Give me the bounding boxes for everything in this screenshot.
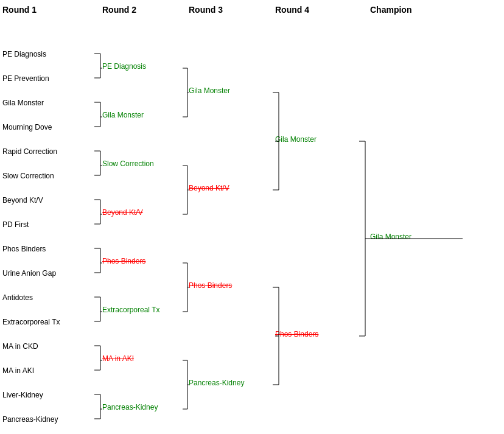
r2-pe-diagnosis: PE Diagnosis xyxy=(102,62,146,71)
r2-slow-correction: Slow Correction xyxy=(102,159,154,168)
r3-phos-binders: Phos Binders xyxy=(189,281,232,290)
r1-antidotes: Antidotes xyxy=(2,293,33,302)
header-round4: Round 4 xyxy=(275,5,309,15)
r2-extracorporeal-tx: Extracorporeal Tx xyxy=(102,306,159,314)
r1-extracorporeal-tx: Extracorporeal Tx xyxy=(2,318,60,326)
r1-pe-prevention: PE Prevention xyxy=(2,74,49,83)
champion-gila-monster: Gila Monster xyxy=(370,233,411,241)
r2-pancreas-kidney: Pancreas-Kidney xyxy=(102,403,158,411)
r3-pancreas-kidney: Pancreas-Kidney xyxy=(189,379,244,387)
r1-ma-in-ckd: MA in CKD xyxy=(2,342,38,351)
r3-gila-monster: Gila Monster xyxy=(189,86,230,95)
r1-pd-first: PD First xyxy=(2,220,29,229)
r1-slow-correction: Slow Correction xyxy=(2,172,54,180)
bracket-lines xyxy=(0,0,504,434)
r1-gila-monster: Gila Monster xyxy=(2,99,44,107)
r3-beyond-ktv: Beyond Kt/V xyxy=(189,184,229,192)
bracket-container: Round 1 Round 2 Round 3 Round 4 Champion… xyxy=(0,0,504,434)
r2-phos-binders: Phos Binders xyxy=(102,257,145,265)
header-champion: Champion xyxy=(370,5,411,15)
header-round1: Round 1 xyxy=(2,5,37,15)
r1-liver-kidney: Liver-Kidney xyxy=(2,391,43,399)
r1-ma-in-aki: MA in AKI xyxy=(2,366,34,375)
r1-pe-diagnosis: PE Diagnosis xyxy=(2,50,46,58)
header-round2: Round 2 xyxy=(102,5,136,15)
r2-gila-monster: Gila Monster xyxy=(102,111,144,119)
r1-beyond-ktv: Beyond Kt/V xyxy=(2,196,43,205)
r1-rapid-correction: Rapid Correction xyxy=(2,147,57,156)
r1-pancreas-kidney: Pancreas-Kidney xyxy=(2,415,58,424)
header-round3: Round 3 xyxy=(189,5,223,15)
r2-ma-in-aki: MA in AKI xyxy=(102,354,134,363)
r1-mourning-dove: Mourning Dove xyxy=(2,123,52,131)
r1-urine-anion-gap: Urine Anion Gap xyxy=(2,269,56,278)
r2-beyond-ktv: Beyond Kt/V xyxy=(102,208,143,217)
r1-phos-binders: Phos Binders xyxy=(2,245,46,253)
r4-phos-binders: Phos Binders xyxy=(275,330,318,338)
r4-gila-monster: Gila Monster xyxy=(275,135,317,144)
